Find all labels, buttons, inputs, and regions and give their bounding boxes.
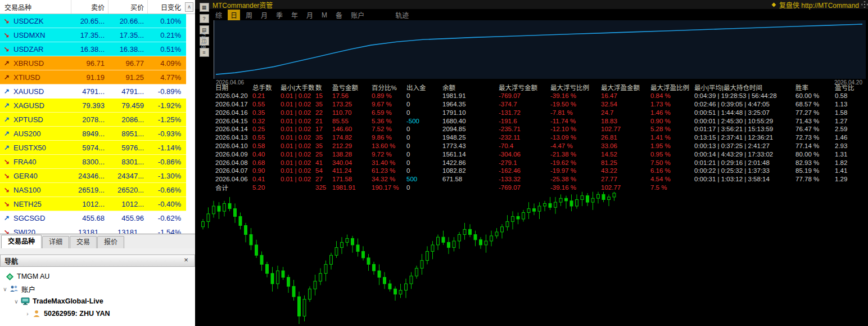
tab-1[interactable]: 交易品种: [1, 235, 42, 248]
market-watch-row[interactable]: ↗SGCSGD455.68455.96-0.62%: [0, 211, 186, 225]
expand-chevron-icon[interactable]: ∨: [12, 298, 20, 305]
stats-cell: 7.50 %: [650, 159, 694, 166]
market-watch-row[interactable]: ↘SWI2013181...13181...-1.54%: [0, 225, 186, 234]
scroll-up-arrow-icon[interactable]: ∧: [185, 2, 193, 12]
stats-row[interactable]: 2026.04.160.350.01 | 0.0222110.706.59 %0…: [215, 108, 867, 117]
stats-row[interactable]: 2026.04.080.680.01 | 0.0241340.0431.40 %…: [215, 158, 867, 167]
symbol-name: NAS100: [13, 186, 71, 194]
toolbar-button-icon-1[interactable]: ▦: [200, 3, 209, 12]
market-watch-row[interactable]: ↘NAS10026519...26520...-0.66%: [0, 183, 186, 197]
daily-change: -0.93%: [147, 129, 186, 138]
stats-cell: 0:04:39 | 19:28:53 | 56:44:28: [694, 92, 795, 99]
menu-item-6[interactable]: 年: [288, 10, 301, 20]
market-watch-row[interactable]: ↗XAUUSD4791...4791...-0.89%: [0, 84, 186, 99]
column-header-buy[interactable]: 买价: [108, 0, 147, 14]
market-watch-row[interactable]: ↘USDMXN17.35...17.35...0.21%: [0, 28, 186, 42]
stats-row[interactable]: 2026.04.150.320.01 | 0.022185.555.36 %-5…: [215, 117, 867, 125]
server-icon: [20, 297, 30, 305]
daily-change: 4.09%: [147, 59, 186, 68]
accounts-icon: [9, 285, 19, 293]
stats-cell: -39.16 %: [550, 92, 601, 99]
sell-price: 91.19: [71, 73, 108, 82]
equity-curve-chart[interactable]: [214, 20, 866, 79]
market-watch-row[interactable]: ↗XBRUSD96.7196.774.09%: [0, 56, 186, 70]
market-watch-row[interactable]: ↘USDZAR16.38...16.38...0.51%: [0, 42, 186, 56]
stats-cell: 最大浮亏金额: [499, 83, 550, 92]
stats-cell: 最大浮亏比例: [550, 83, 601, 92]
stats-cell: 41: [315, 159, 332, 166]
toolbar-button-icon-5[interactable]: ≡: [200, 48, 209, 57]
stats-row[interactable]: 2026.04.200.210.01 | 0.021517.560.89 %01…: [215, 92, 867, 100]
menu-item-4[interactable]: 月: [258, 10, 270, 20]
stats-cell: 0: [406, 184, 442, 191]
daily-change: -1.92%: [147, 101, 186, 110]
stats-row[interactable]: 2026.04.100.580.01 | 0.0235212.2913.60 %…: [215, 142, 867, 150]
replay-link[interactable]: 复盘侠 http://MTCommand: [779, 0, 859, 10]
tree-item-broker[interactable]: TMGM AU: [0, 270, 195, 283]
stats-cell: -19.62 %: [550, 159, 601, 166]
market-watch-row[interactable]: ↘FRA408300...8301...-0.86%: [0, 155, 186, 169]
column-header-sell[interactable]: 卖价: [71, 0, 108, 14]
stats-row[interactable]: 2026.04.070.900.01 | 0.0254411.2461.23 %…: [215, 167, 867, 175]
menu-item-5[interactable]: 季: [273, 10, 286, 20]
candlestick-chart[interactable]: [195, 191, 868, 326]
close-icon[interactable]: ×: [182, 256, 191, 265]
menu-item-1[interactable]: 综: [213, 10, 225, 20]
stats-cell: -39.16 %: [550, 184, 601, 191]
stats-row[interactable]: 2026.04.060.410.01 | 0.0227171.5834.32 %…: [215, 175, 867, 184]
stats-row[interactable]: 2026.04.140.250.01 | 0.0217146.607.52 %0…: [215, 125, 867, 133]
sell-price: 1012...: [71, 200, 108, 208]
menu-item-11[interactable]: 轨迹: [392, 10, 412, 20]
column-header-change[interactable]: 日变化: [147, 0, 186, 14]
stats-cell: 0.01 | 0.02: [281, 167, 315, 174]
tree-item-label: 账户: [21, 284, 35, 294]
daily-change: -0.89%: [147, 87, 186, 96]
buy-price: 20.66...: [108, 17, 147, 25]
menu-item-7[interactable]: 月: [304, 10, 316, 20]
toolbar-button-icon-2[interactable]: ?: [200, 14, 209, 23]
expand-chevron-icon[interactable]: ∨: [1, 286, 9, 292]
market-watch-row[interactable]: ↗XPTUSD2078...2086...-1.25%: [0, 113, 186, 127]
menu-item-9[interactable]: 备: [333, 10, 345, 20]
market-watch-row[interactable]: ↗EUSTX505974...5976...-1.14%: [0, 141, 186, 155]
down-arrow-icon: ↘: [0, 17, 13, 25]
buy-price: 24347...: [108, 172, 147, 180]
tree-item-account-number[interactable]: › 50262959: ZHU YAN: [0, 307, 195, 320]
stats-row[interactable]: 2026.04.170.550.01 | 0.0235173.259.67 %0…: [215, 100, 867, 109]
tree-item-accounts[interactable]: ∨ 账户: [0, 283, 195, 295]
expand-chevron-icon[interactable]: ›: [24, 311, 31, 317]
tab-3[interactable]: 交易: [70, 236, 97, 248]
market-watch-row[interactable]: ↘NETH251012...1012...-0.40%: [0, 197, 186, 211]
market-watch-row[interactable]: ↗XTIUSD91.1991.254.77%: [0, 70, 186, 84]
column-header-symbol[interactable]: 交易品种: [0, 0, 71, 14]
buy-price: 4791...: [108, 87, 147, 96]
stats-cell: -279.1: [499, 159, 550, 166]
tree-item-server[interactable]: ∨ TradeMaxGlobal-Live: [0, 295, 195, 307]
stats-row[interactable]: 2026.04.130.550.01 | 0.0235174.829.86 %0…: [215, 133, 867, 142]
stats-cell: 2026.04.07: [215, 167, 252, 174]
menu-item-8[interactable]: M: [319, 11, 330, 20]
menu-item-3[interactable]: 周: [243, 10, 255, 20]
market-watch-row[interactable]: ↗XAGUSD79.39379.459-1.92%: [0, 99, 186, 113]
stats-cell: 0.90 %: [650, 118, 694, 124]
tab-2[interactable]: 详细: [42, 236, 69, 248]
stats-cell: 1981.91: [442, 92, 499, 99]
window-title: MTCommander资管: [213, 0, 273, 10]
stats-cell: -500: [406, 118, 442, 124]
stats-row[interactable]: 2026.04.090.400.01 | 0.0225138.289.72 %0…: [215, 150, 867, 158]
tab-4[interactable]: 报价: [97, 236, 124, 248]
market-watch-row[interactable]: ↗AUS2008949...8951...-0.93%: [0, 127, 186, 141]
stats-cell: -13.09 %: [550, 134, 601, 141]
market-watch-row[interactable]: ↘GER4024346...24347...-1.30%: [0, 169, 186, 183]
menu-item-10[interactable]: 账户: [348, 10, 367, 20]
buy-price: 1012...: [108, 200, 147, 208]
market-watch-row[interactable]: ↘USDCZK20.65...20.66...0.10%: [0, 14, 186, 28]
panel-divider: [0, 248, 195, 254]
symbol-name: NETH25: [13, 200, 71, 208]
stats-cell: 173.25: [332, 101, 372, 108]
stats-cell: 1.82: [835, 159, 866, 166]
stats-cell: 1773.43: [442, 142, 499, 149]
move-icon[interactable]: [861, 1, 868, 8]
stats-cell: 1422.86: [442, 159, 499, 166]
menu-item-2[interactable]: 日: [228, 10, 240, 20]
